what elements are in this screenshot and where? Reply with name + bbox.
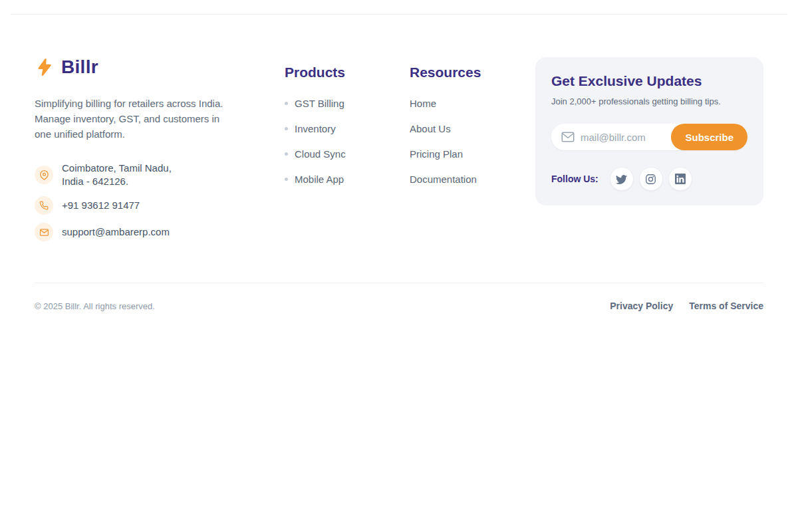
brand-name: Billr (61, 57, 98, 78)
address-line: India - 642126. (62, 175, 172, 188)
list-item: Documentation (410, 174, 535, 185)
newsletter-card: Get Exclusive Updates Join 2,000+ profes… (535, 57, 763, 205)
lightning-bolt-icon (35, 57, 55, 77)
newsletter-title: Get Exclusive Updates (551, 73, 747, 89)
contact-email: support@ambarerp.com (35, 223, 285, 241)
bullet-dot-icon (285, 127, 288, 130)
contact-email-text: support@ambarerp.com (62, 225, 170, 239)
resource-link-pricing-plan[interactable]: Pricing Plan (410, 148, 463, 160)
footer-column-resources: Resources Home About Us Pricing Plan Doc… (410, 57, 535, 185)
linkedin-icon (675, 174, 686, 184)
address-line: Coimbatore, Tamil Nadu, (62, 162, 172, 175)
list-item: GST Billing (285, 98, 410, 109)
list-item: Inventory (285, 123, 410, 134)
list-item: Mobile App (285, 174, 410, 185)
contact-phone-text: +91 93612 91477 (62, 199, 140, 212)
brand-column: Billr Simplifying billing for retailers … (35, 57, 285, 241)
newsletter-subtitle: Join 2,000+ professionals getting billin… (551, 96, 747, 106)
contact-address: Coimbatore, Tamil Nadu, India - 642126. (35, 162, 285, 188)
site-footer: Billr Simplifying billing for retailers … (0, 15, 798, 311)
footer-column-products: Products GST Billing Inventory Cloud Syn… (285, 57, 410, 185)
newsletter-form: Subscribe (551, 124, 747, 150)
footer-grid: Billr Simplifying billing for retailers … (0, 15, 798, 241)
products-link-list: GST Billing Inventory Cloud Sync Mobile … (285, 98, 410, 185)
contact-list: Coimbatore, Tamil Nadu, India - 642126. … (35, 162, 285, 241)
brand-description-line: one unified platform. (35, 126, 247, 142)
instagram-icon (645, 174, 656, 185)
contact-address-text: Coimbatore, Tamil Nadu, India - 642126. (62, 162, 172, 188)
privacy-policy-link[interactable]: Privacy Policy (610, 301, 673, 311)
brand-description-line: Manage inventory, GST, and customers in (35, 111, 247, 126)
mail-icon (35, 223, 53, 241)
twitter-icon (616, 174, 627, 185)
bullet-dot-icon (285, 152, 288, 156)
product-link-gst-billing[interactable]: GST Billing (295, 98, 344, 109)
list-item: About Us (410, 123, 535, 134)
product-link-mobile-app[interactable]: Mobile App (295, 174, 344, 185)
list-item: Pricing Plan (410, 148, 535, 160)
bottom-bar: © 2025 Billr. All rights reserved. Priva… (0, 283, 798, 311)
product-link-inventory[interactable]: Inventory (295, 123, 336, 134)
copyright-text: © 2025 Billr. All rights reserved. (35, 301, 155, 311)
resource-link-home[interactable]: Home (410, 98, 436, 109)
resources-heading: Resources (410, 65, 535, 80)
contact-phone: +91 93612 91477 (35, 196, 285, 215)
follow-row: Follow Us: (551, 167, 747, 191)
brand-description: Simplifying billing for retailers across… (35, 96, 247, 142)
bullet-dot-icon (285, 102, 288, 105)
mail-input-icon (561, 132, 575, 142)
product-link-cloud-sync[interactable]: Cloud Sync (295, 148, 346, 160)
resource-link-documentation[interactable]: Documentation (410, 174, 477, 185)
linkedin-button[interactable] (668, 167, 692, 191)
list-item: Home (410, 98, 535, 109)
legal-links: Privacy Policy Terms of Service (610, 301, 763, 311)
list-item: Cloud Sync (285, 148, 410, 160)
location-pin-icon (35, 166, 53, 184)
phone-icon (35, 196, 53, 215)
instagram-button[interactable] (639, 167, 663, 191)
twitter-button[interactable] (610, 167, 634, 191)
subscribe-button[interactable]: Subscribe (671, 124, 747, 150)
resources-link-list: Home About Us Pricing Plan Documentation (410, 98, 535, 185)
resource-link-about-us[interactable]: About Us (410, 123, 451, 134)
brand-logo: Billr (35, 57, 285, 78)
brand-description-line: Simplifying billing for retailers across… (35, 96, 247, 111)
bullet-dot-icon (285, 178, 288, 181)
terms-of-service-link[interactable]: Terms of Service (689, 301, 763, 311)
products-heading: Products (285, 65, 410, 80)
follow-us-label: Follow Us: (551, 174, 598, 184)
